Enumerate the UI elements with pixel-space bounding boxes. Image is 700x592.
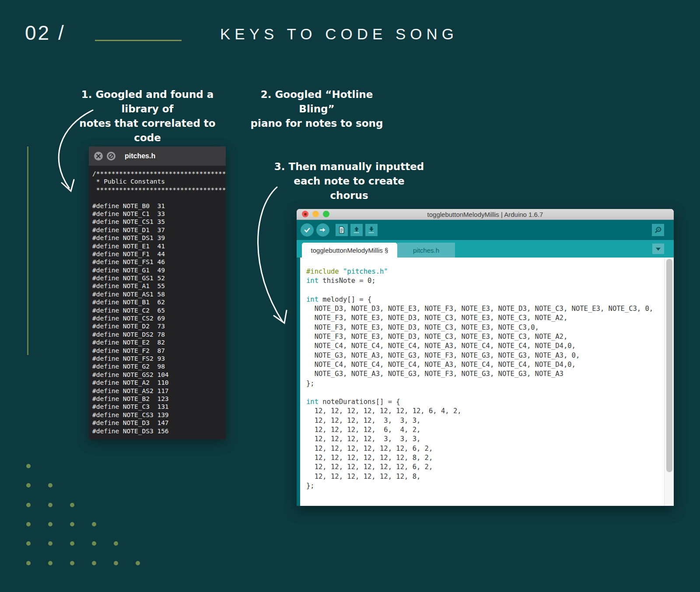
accent-underline [95, 40, 182, 41]
dot [92, 541, 96, 546]
code-line: }; [306, 379, 674, 388]
tab-pitches-h[interactable]: pitches.h [397, 243, 455, 258]
code-line: 12, 12, 12, 12, 12, 12, 6, 2, [306, 444, 674, 453]
code-line: NOTE_C4, NOTE_C4, NOTE_C4, NOTE_A3, NOTE… [306, 341, 674, 351]
minimize-window-icon[interactable] [312, 211, 319, 217]
code-line: 12, 12, 12, 12, 12, 12, 8, 2, [306, 453, 674, 463]
pitches-titlebar: pitches.h [89, 146, 226, 166]
code-line: int melody[] = { [306, 295, 674, 304]
annotation-step3: 3. Then manually inputted each note to c… [274, 160, 424, 203]
editor-scrollbar[interactable] [664, 258, 674, 506]
arrow-right-icon [319, 226, 327, 234]
code-line: #define NOTE_DS1 39 [92, 234, 226, 242]
save-sketch-button[interactable] [365, 224, 378, 236]
dot [114, 561, 118, 565]
page-number: 02 / [25, 21, 66, 45]
open-sketch-button[interactable] [350, 224, 363, 236]
dot [92, 561, 96, 565]
code-line: NOTE_F3, NOTE_E3, NOTE_D3, NOTE_C3, NOTE… [306, 323, 674, 332]
code-line: #define NOTE_CS2 69 [92, 314, 226, 322]
code-line: #define NOTE_D2 73 [92, 322, 226, 330]
annotation-step3-line1: 3. Then manually inputted [274, 160, 424, 174]
dot [136, 561, 140, 565]
code-line: #define NOTE_CS1 35 [92, 218, 226, 226]
code-line: #define NOTE_F2 87 [92, 347, 226, 355]
code-line: #define NOTE_D3 147 [92, 419, 226, 427]
dot [26, 503, 31, 507]
code-line: #define NOTE_E3 165 [92, 435, 226, 435]
dot [26, 522, 31, 526]
tab-menu-button[interactable] [652, 244, 664, 254]
code-line: #define NOTE_D1 37 [92, 226, 226, 234]
dot [48, 503, 52, 507]
arrow-down-icon [367, 226, 376, 234]
chevron-down-icon [655, 247, 661, 251]
arrow-3-curve [258, 187, 283, 322]
new-sketch-button[interactable] [336, 224, 348, 236]
annotation-step1: 1. Googled and found a library of notes … [65, 87, 230, 145]
dot [70, 522, 74, 526]
annotation-step2-line1: 2. Googled “Hotline Bling” [248, 87, 385, 116]
code-line: #define NOTE_GS2 104 [92, 371, 226, 379]
code-line: 12, 12, 12, 12, 3, 3, 3, [306, 416, 674, 425]
code-line: #define NOTE_B2 123 [92, 395, 226, 403]
dot [48, 483, 52, 488]
upload-button[interactable] [316, 223, 329, 237]
code-line: 12, 12, 12, 12, 3, 3, 3, [306, 435, 674, 444]
arrow-1-head [62, 180, 74, 191]
annotation-step1-line2: notes that correlated to code [65, 116, 230, 145]
arduino-tab-strip: togglebuttonMelodyMillis § pitches.h [297, 240, 674, 258]
arduino-window: togglebuttonMelodyMillis | Arduino 1.6.7 [297, 209, 674, 506]
code-line: #define NOTE_A1 55 [92, 282, 226, 290]
close-window-icon[interactable] [302, 211, 308, 217]
arduino-editor[interactable]: #include "pitches.h"int thisNote = 0; in… [297, 258, 674, 506]
scrollbar-thumb[interactable] [666, 259, 672, 472]
code-line: #define NOTE_E1 41 [92, 242, 226, 250]
code-line: NOTE_C4, NOTE_C4, NOTE_C4, NOTE_A3, NOTE… [306, 360, 674, 369]
code-line: #define NOTE_C1 33 [92, 210, 226, 218]
no-entry-icon[interactable] [107, 152, 116, 160]
arduino-toolbar [297, 220, 674, 240]
zoom-window-icon[interactable] [323, 211, 329, 217]
magnifier-icon [654, 226, 662, 234]
arrow-up-icon [352, 226, 361, 234]
dot [114, 541, 118, 546]
code-line: #include "pitches.h" [306, 267, 674, 276]
code-line: #define NOTE_FS1 46 [92, 258, 226, 266]
code-line: int noteDurations[] = { [306, 397, 674, 407]
code-line: NOTE_D3, NOTE_D3, NOTE_E3, NOTE_F3, NOTE… [306, 304, 674, 313]
code-line: 12, 12, 12, 12, 12, 12, 8, [306, 472, 674, 481]
close-icon[interactable] [94, 152, 103, 160]
tab-togglebuttonmelodymillis[interactable]: togglebuttonMelodyMillis § [302, 243, 397, 258]
traffic-lights [302, 211, 329, 217]
code-line: #define NOTE_G1 49 [92, 266, 226, 274]
code-line: #define NOTE_AS1 58 [92, 290, 226, 298]
annotation-step3-line2: each note to create chorus [274, 174, 424, 203]
code-line: /***************************************… [92, 170, 226, 178]
code-line: #define NOTE_B1 62 [92, 298, 226, 306]
code-line: #define NOTE_A2 110 [92, 379, 226, 387]
arduino-titlebar[interactable]: togglebuttonMelodyMillis | Arduino 1.6.7 [297, 209, 674, 220]
code-line: * Public Constants [92, 178, 226, 185]
code-line: NOTE_G3, NOTE_A3, NOTE_G3, NOTE_F3, NOTE… [306, 351, 674, 360]
code-line: #define NOTE_CS3 139 [92, 411, 226, 419]
dot [26, 483, 31, 488]
code-line: 12, 12, 12, 12, 12, 12, 12, 6, 4, 2, [306, 407, 674, 416]
code-line: NOTE_F3, NOTE_E3, NOTE_D3, NOTE_C3, NOTE… [306, 332, 674, 341]
verify-button[interactable] [301, 223, 314, 237]
code-line: }; [306, 481, 674, 491]
code-line: NOTE_F3, NOTE_E3, NOTE_D3, NOTE_C3, NOTE… [306, 313, 674, 323]
dot [26, 464, 31, 468]
arrow-3-head [274, 310, 287, 323]
serial-monitor-button[interactable] [652, 224, 664, 236]
dot [70, 561, 74, 565]
dot [48, 541, 52, 546]
annotation-step2: 2. Googled “Hotline Bling” piano for not… [248, 87, 385, 131]
code-line: #define NOTE_E2 82 [92, 338, 226, 346]
code-line: 12, 12, 12, 12, 6, 4, 2, [306, 425, 674, 435]
slide-title: KEYS TO CODE SONG [220, 25, 458, 43]
pitches-code: /***************************************… [89, 166, 226, 435]
pitches-window: pitches.h /*****************************… [89, 146, 226, 439]
annotation-step1-line1: 1. Googled and found a library of [65, 87, 230, 116]
code-line: #define NOTE_B0 31 [92, 202, 226, 210]
